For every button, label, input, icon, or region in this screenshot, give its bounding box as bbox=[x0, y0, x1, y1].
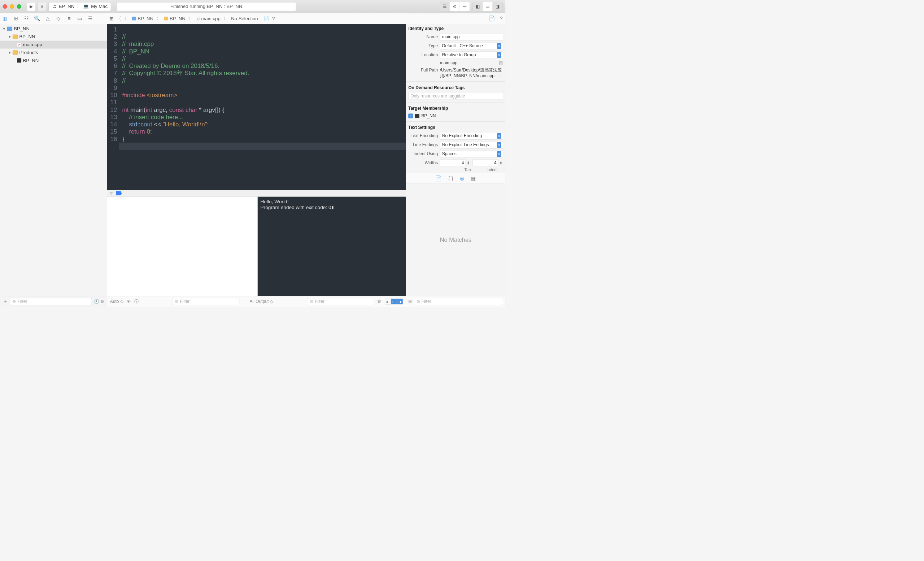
target-name: BP_NN bbox=[421, 113, 436, 118]
stop-button[interactable]: ■ bbox=[38, 2, 46, 11]
tree-project-root[interactable]: ▼ BP_NN bbox=[0, 25, 107, 33]
code-content[interactable]: // // main.cpp // BP_NN // // Created by… bbox=[119, 24, 406, 190]
file-template-library-icon[interactable]: 📄 bbox=[435, 176, 442, 182]
issue-navigator-icon[interactable]: △ bbox=[45, 15, 51, 22]
tree-product-item[interactable]: BP_NN bbox=[0, 56, 107, 64]
minimize-window-button[interactable] bbox=[10, 4, 14, 9]
line-endings-label: Line Endings bbox=[408, 142, 438, 147]
toggle-breakpoints-icon[interactable]: ▽ bbox=[110, 191, 112, 195]
recent-files-icon[interactable]: 🕘 bbox=[94, 299, 99, 304]
scm-filter-icon[interactable]: ⊞ bbox=[101, 299, 105, 304]
variables-scope-selector[interactable]: Auto ◇ bbox=[110, 299, 123, 304]
grid-view-icon[interactable]: ⊞ bbox=[408, 299, 412, 304]
fullpath-value: /Users/Star/Desktop/遥感算法应用/BP_NN/BP_NN/m… bbox=[440, 68, 502, 78]
text-settings-title: Text Settings bbox=[406, 123, 506, 131]
symbol-navigator-icon[interactable]: ☷ bbox=[24, 15, 30, 22]
reveal-in-finder-icon[interactable]: → bbox=[497, 73, 502, 78]
debug-navigator-icon[interactable]: ≡ bbox=[66, 15, 72, 22]
quick-help-tab-icon[interactable]: ? bbox=[500, 15, 503, 22]
source-control-navigator-icon[interactable]: ⊞ bbox=[13, 15, 19, 22]
run-button[interactable]: ▶ bbox=[27, 2, 36, 11]
file-inspector-icon[interactable]: 📄 bbox=[264, 16, 269, 21]
editor-area: ⊞ 〈 〉 BP_NN 〉 BP_NN 〉 c+main.cpp 〉 No Se… bbox=[107, 14, 406, 307]
library-no-matches: No Matches bbox=[406, 184, 506, 296]
version-editor-button[interactable]: ↩ bbox=[460, 2, 470, 11]
indent-using-select[interactable]: Spaces⇅ bbox=[440, 150, 503, 158]
toggle-navigator-button[interactable]: ◧ bbox=[473, 2, 483, 11]
window-controls bbox=[3, 4, 21, 9]
widths-label: Widths bbox=[408, 160, 438, 165]
name-input[interactable]: main.cpp bbox=[440, 33, 503, 41]
crumb-file[interactable]: c+main.cpp bbox=[196, 16, 220, 21]
odr-input: Only resources are taggable bbox=[408, 92, 503, 100]
scheme-selector[interactable]: 🗂BP_NN 〉 💻My Mac bbox=[49, 2, 111, 11]
tab-caption: Tab bbox=[465, 168, 471, 172]
toggle-debug-button[interactable]: ▭ bbox=[483, 2, 492, 11]
editor-mode-group: ☰ ⊘ ↩ bbox=[440, 2, 470, 11]
checkbox-checked-icon[interactable]: ✓ bbox=[408, 114, 413, 118]
code-editor[interactable]: 12345678910111213141516 // // main.cpp /… bbox=[107, 24, 406, 190]
media-library-icon[interactable]: ▦ bbox=[471, 176, 476, 182]
standard-editor-button[interactable]: ☰ bbox=[440, 2, 450, 11]
scheme-target: BP_NN bbox=[58, 4, 74, 9]
encoding-select[interactable]: No Explicit Encoding⇅ bbox=[440, 132, 503, 140]
breakpoint-tag-icon[interactable] bbox=[116, 191, 122, 195]
project-navigator-icon[interactable]: ▥ bbox=[2, 15, 8, 22]
report-navigator-icon[interactable]: ☰ bbox=[87, 15, 94, 22]
close-window-button[interactable] bbox=[3, 4, 7, 9]
line-gutter: 12345678910111213141516 bbox=[107, 24, 119, 190]
choose-location-icon[interactable]: ▤ bbox=[499, 60, 503, 65]
show-console-pane[interactable]: ◨ bbox=[397, 299, 402, 304]
crumb-project[interactable]: BP_NN bbox=[132, 16, 153, 21]
location-file: main.cpp bbox=[440, 60, 458, 65]
navigator-tabs: ▥ ⊞ ☷ 🔍 △ ◇ ≡ ▭ ☰ bbox=[0, 14, 107, 24]
variables-pane[interactable] bbox=[107, 197, 258, 296]
add-button[interactable]: ＋ bbox=[3, 298, 8, 305]
toggle-inspector-button[interactable]: ◨ bbox=[493, 2, 502, 11]
zoom-window-button[interactable] bbox=[17, 4, 21, 9]
tree-file-main-cpp[interactable]: c+ main.cpp bbox=[0, 41, 107, 49]
debug-pane-toggle: ◧ ◫ ◨ bbox=[385, 298, 403, 304]
type-select[interactable]: Default - C++ Source⇅ bbox=[440, 42, 503, 50]
object-library-icon[interactable]: ◎ bbox=[460, 176, 465, 182]
clear-console-icon[interactable]: 🗑 bbox=[377, 299, 381, 304]
debug-footer: Auto ◇ 👁 ⓘ ⊜Filter All Output ◇ ⊜Filter … bbox=[107, 296, 406, 307]
quicklook-icon[interactable]: 👁 bbox=[127, 299, 131, 304]
breakpoint-navigator-icon[interactable]: ▭ bbox=[76, 15, 83, 22]
assistant-editor-button[interactable]: ⊘ bbox=[450, 2, 460, 11]
target-membership-item[interactable]: ✓ BP_NN bbox=[406, 112, 506, 120]
line-endings-select[interactable]: No Explicit Line Endings⇅ bbox=[440, 141, 503, 149]
identity-section-title: Identity and Type bbox=[406, 24, 506, 33]
filter-icon: ⊜ bbox=[310, 299, 313, 304]
variables-filter-input[interactable]: ⊜Filter bbox=[172, 298, 239, 305]
test-navigator-icon[interactable]: ◇ bbox=[55, 15, 62, 22]
back-button[interactable]: 〈 bbox=[116, 15, 121, 22]
show-both-panes[interactable]: ◫ bbox=[391, 299, 397, 304]
tree-group[interactable]: ▼ BP_NN bbox=[0, 33, 107, 41]
related-items-icon[interactable]: ⊞ bbox=[110, 16, 114, 21]
tree-products-group[interactable]: ▼ Products bbox=[0, 49, 107, 57]
name-label: Name bbox=[408, 34, 438, 39]
console-scope-selector[interactable]: All Output ◇ bbox=[250, 299, 273, 304]
navigator-filter-input[interactable]: ⊜ Filter bbox=[10, 298, 92, 305]
forward-button[interactable]: 〉 bbox=[124, 15, 129, 22]
file-inspector-tab-icon[interactable]: 📄 bbox=[489, 15, 495, 22]
show-variables-pane[interactable]: ◧ bbox=[385, 299, 391, 304]
crumb-selection[interactable]: No Selection bbox=[231, 16, 258, 21]
crumb-group[interactable]: BP_NN bbox=[164, 16, 186, 21]
navigator-footer: ＋ ⊜ Filter 🕘 ⊞ bbox=[0, 296, 107, 307]
tree-label: BP_NN bbox=[20, 34, 35, 39]
library-filter-input[interactable]: ⊜Filter bbox=[414, 298, 503, 305]
find-navigator-icon[interactable]: 🔍 bbox=[34, 15, 40, 22]
location-select[interactable]: Relative to Group⇅ bbox=[440, 51, 503, 59]
help-icon[interactable]: ? bbox=[272, 16, 274, 21]
tab-width-stepper[interactable]: 4▲▼ bbox=[440, 159, 471, 166]
tree-label: BP_NN bbox=[14, 26, 30, 32]
navigator-panel: ▥ ⊞ ☷ 🔍 △ ◇ ≡ ▭ ☰ ▼ BP_NN ▼ BP_NN bbox=[0, 14, 107, 307]
info-icon[interactable]: ⓘ bbox=[134, 298, 139, 304]
code-snippet-library-icon[interactable]: { } bbox=[448, 176, 453, 182]
jump-bar: ⊞ 〈 〉 BP_NN 〉 BP_NN 〉 c+main.cpp 〉 No Se… bbox=[107, 14, 406, 24]
indent-width-stepper[interactable]: 4▲▼ bbox=[472, 159, 503, 166]
console-output[interactable]: Hello, World! Program ended with exit co… bbox=[258, 197, 406, 296]
console-filter-input[interactable]: ⊜Filter bbox=[307, 298, 374, 305]
